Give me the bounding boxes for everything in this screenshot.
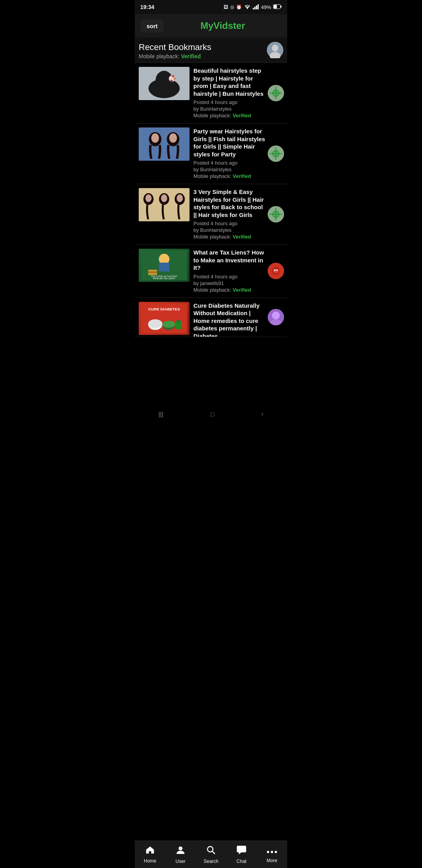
bookmark-mobile-1: Mobile playback: Verified — [193, 113, 266, 118]
svg-point-37 — [145, 194, 152, 202]
bookmark-list: Beautiful hairstyles step by step | Hair… — [135, 63, 287, 380]
svg-point-9 — [272, 45, 278, 52]
thumbnail-2 — [139, 127, 190, 161]
thumbnail-4: What are Tax Liens? How to Make an Inves… — [139, 249, 190, 282]
author-avatar-2 — [268, 145, 284, 162]
header: sort MyVidster — [135, 14, 287, 38]
header-avatar — [267, 42, 283, 58]
bookmark-title-1: Beautiful hairstyles step by step | Hair… — [193, 67, 266, 97]
header-mobile-playback: Mobile playback: Verified — [139, 53, 264, 59]
signal-icon — [253, 4, 259, 11]
bookmark-author-3: by BunHairstyles — [193, 227, 266, 233]
svg-point-69 — [162, 321, 175, 328]
list-item[interactable]: Party wear Hairstyles for Girls || Fish … — [135, 124, 287, 184]
svg-point-16 — [173, 77, 176, 80]
svg-rect-1 — [253, 8, 254, 9]
svg-rect-49 — [148, 271, 157, 273]
back-button[interactable]: › — [261, 411, 263, 418]
bookmark-mobile-3: Mobile playback: Verified — [193, 234, 266, 240]
bookmark-title-5: Cure Diabetes Naturally Without Medicati… — [193, 302, 266, 337]
bookmark-author-1: by BunHairstyles — [193, 106, 266, 112]
bookmark-title-3: 3 Very Simple & Easy Hairstyles for Girl… — [193, 188, 266, 219]
bookmark-mobile-4: Mobile playback: Verified — [193, 287, 266, 293]
bookmark-author-2: by BunHairstyles — [193, 167, 266, 172]
bookmark-posted-2: Posted 4 hours ago — [193, 160, 266, 166]
thumbnail-5: CURE DIABETES — [139, 302, 190, 335]
list-item[interactable]: What are Tax Liens? How to Make an Inves… — [135, 245, 287, 298]
svg-point-67 — [148, 319, 162, 328]
svg-rect-6 — [274, 5, 277, 8]
author-avatar-4 — [268, 263, 284, 279]
thumbnail-3 — [139, 188, 190, 221]
bookmark-posted-4: Posted 4 hours ago — [193, 274, 266, 280]
svg-rect-3 — [256, 5, 257, 9]
status-time: 19:34 — [140, 4, 154, 10]
alarm-icon: ⏰ — [236, 4, 242, 10]
status-bar: 19:34 🖼 ◎ ⏰ 49% — [135, 0, 287, 14]
svg-point-61 — [274, 269, 278, 273]
status-icons: 🖼 ◎ ⏰ 49% — [224, 4, 282, 11]
svg-text:CURE DIABETES: CURE DIABETES — [148, 307, 180, 311]
battery-icon — [273, 4, 282, 10]
svg-rect-71 — [177, 320, 180, 322]
wifi-icon — [244, 4, 251, 11]
bookmark-posted-3: Posted 4 hours ago — [193, 221, 266, 226]
svg-rect-23 — [139, 127, 190, 161]
list-item[interactable]: CURE DIABETES Cure Diabetes Naturally Wi… — [135, 298, 287, 337]
svg-point-63 — [276, 269, 278, 271]
app-title: MyVidster — [164, 20, 282, 31]
author-avatar-5 — [268, 309, 284, 325]
svg-rect-2 — [254, 7, 256, 9]
svg-point-17 — [170, 80, 173, 82]
thumbnail-1 — [139, 67, 190, 100]
svg-point-39 — [177, 194, 183, 202]
recents-button[interactable]: ||| — [158, 411, 163, 418]
bookmarks-header: Recent Bookmarks Mobile playback: Verifi… — [135, 38, 287, 63]
bookmark-title-2: Party wear Hairstyles for Girls || Fish … — [193, 127, 266, 158]
svg-rect-7 — [281, 5, 282, 7]
svg-point-38 — [161, 194, 167, 202]
svg-point-0 — [247, 8, 248, 9]
svg-point-27 — [169, 133, 177, 143]
svg-text:How to Make an Investment: How to Make an Investment — [151, 275, 177, 277]
author-avatar-3 — [268, 206, 284, 222]
list-item[interactable]: Beautiful hairstyles step by step | Hair… — [135, 63, 287, 124]
list-item[interactable]: 3 Very Simple & Easy Hairstyles for Girl… — [135, 184, 287, 245]
home-button[interactable]: □ — [211, 411, 215, 418]
bookmarks-title: Recent Bookmarks — [139, 42, 264, 52]
bookmark-title-4: What are Tax Liens? How to Make an Inves… — [193, 249, 266, 272]
svg-rect-48 — [148, 270, 157, 272]
svg-rect-47 — [159, 263, 169, 272]
system-nav-bar: ||| □ › — [135, 407, 287, 423]
svg-point-73 — [272, 312, 280, 319]
bookmark-mobile-2: Mobile playback: Verified — [193, 173, 266, 179]
svg-point-15 — [172, 75, 174, 77]
author-avatar-1 — [268, 85, 284, 101]
shazam-icon: ◎ — [230, 4, 234, 10]
svg-text:What are Tax Liens?: What are Tax Liens? — [153, 277, 175, 280]
bookmark-author-4: by janwells91 — [193, 280, 266, 286]
svg-rect-4 — [257, 4, 259, 9]
photo-icon: 🖼 — [224, 4, 228, 10]
sort-button[interactable]: sort — [140, 20, 164, 32]
bookmark-posted-1: Posted 4 hours ago — [193, 99, 266, 105]
battery-label: 49% — [261, 4, 271, 10]
svg-point-62 — [274, 269, 275, 271]
svg-point-26 — [151, 133, 159, 143]
